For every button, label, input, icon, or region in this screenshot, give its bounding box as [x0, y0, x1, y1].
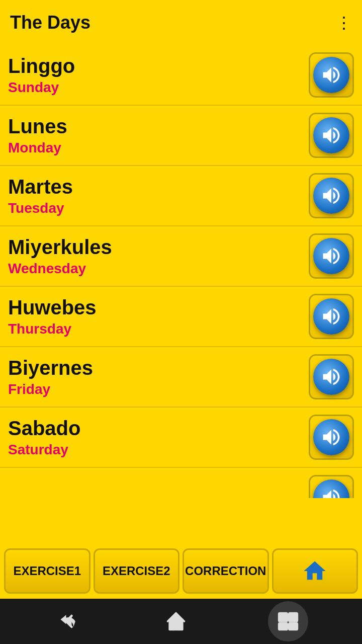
sound-button-6[interactable]: [309, 415, 354, 460]
day-list: Linggo Sunday Lunes Monday M: [0, 45, 362, 543]
speaker-circle-partial: [313, 479, 349, 498]
exercise2-button[interactable]: EXERCISE2: [94, 548, 180, 594]
day-native-0: Linggo: [8, 55, 75, 77]
speaker-circle-1: [313, 117, 349, 153]
app-title: The Days: [10, 12, 90, 33]
day-native-6: Sabado: [8, 417, 80, 440]
back-arrow-icon: [58, 610, 80, 632]
list-item-partial: [0, 468, 362, 498]
list-item: Sabado Saturday: [0, 408, 362, 468]
list-item: Martes Tuesday: [0, 166, 362, 226]
day-text-6: Sabado Saturday: [8, 417, 80, 458]
speaker-circle-2: [313, 178, 349, 214]
speaker-circle-0: [313, 57, 349, 93]
day-translation-3: Wednesday: [8, 261, 112, 277]
day-translation-6: Saturday: [8, 442, 80, 458]
day-native-3: Miyerkules: [8, 236, 112, 259]
day-text-1: Lunes Monday: [8, 115, 67, 156]
speaker-circle-3: [313, 238, 349, 274]
list-item: Lunes Monday: [0, 106, 362, 166]
home-nav-button[interactable]: [161, 606, 191, 636]
sound-button-2[interactable]: [309, 173, 354, 218]
day-text-4: Huwebes Thursday: [8, 296, 97, 337]
home-action-button[interactable]: [272, 548, 358, 594]
day-text-3: Miyerkules Wednesday: [8, 236, 112, 277]
svg-rect-0: [279, 613, 288, 622]
day-native-4: Huwebes: [8, 296, 97, 319]
sound-button-5[interactable]: [309, 354, 354, 399]
sound-button-1[interactable]: [309, 113, 354, 158]
day-native-1: Lunes: [8, 115, 67, 138]
sound-button-0[interactable]: [309, 52, 354, 98]
app-bar: The Days ⋮: [0, 0, 362, 45]
list-item: Linggo Sunday: [0, 45, 362, 106]
day-translation-1: Monday: [8, 140, 67, 156]
house-icon: [302, 558, 328, 584]
correction-button[interactable]: CORRECTION: [183, 548, 269, 594]
day-native-2: Martes: [8, 176, 73, 198]
day-translation-4: Thursday: [8, 321, 97, 337]
home-nav-icon: [165, 610, 187, 632]
day-text-0: Linggo Sunday: [8, 55, 75, 96]
svg-rect-3: [289, 623, 298, 630]
svg-rect-2: [279, 623, 288, 630]
sound-button-3[interactable]: [309, 233, 354, 279]
list-item: Miyerkules Wednesday: [0, 226, 362, 287]
bottom-buttons: EXERCISE1 EXERCISE2 CORRECTION: [0, 543, 362, 599]
sound-button-partial[interactable]: [309, 475, 354, 498]
day-translation-2: Tuesday: [8, 200, 73, 216]
sound-button-4[interactable]: [309, 294, 354, 339]
svg-rect-1: [289, 613, 298, 622]
navigation-bar: [0, 599, 362, 644]
list-item: Biyernes Friday: [0, 347, 362, 408]
more-vertical-icon[interactable]: ⋮: [336, 13, 352, 32]
day-translation-5: Friday: [8, 381, 93, 397]
recents-icon: [277, 610, 299, 632]
speaker-circle-6: [313, 419, 349, 455]
list-item: Huwebes Thursday: [0, 287, 362, 347]
back-nav-button[interactable]: [54, 606, 84, 636]
speaker-circle-5: [313, 359, 349, 395]
day-text-2: Martes Tuesday: [8, 176, 73, 216]
day-translation-0: Sunday: [8, 79, 75, 96]
exercise1-button[interactable]: EXERCISE1: [4, 548, 90, 594]
day-native-5: Biyernes: [8, 357, 93, 379]
speaker-circle-4: [313, 298, 349, 335]
day-text-5: Biyernes Friday: [8, 357, 93, 397]
recents-nav-button[interactable]: [268, 601, 308, 641]
